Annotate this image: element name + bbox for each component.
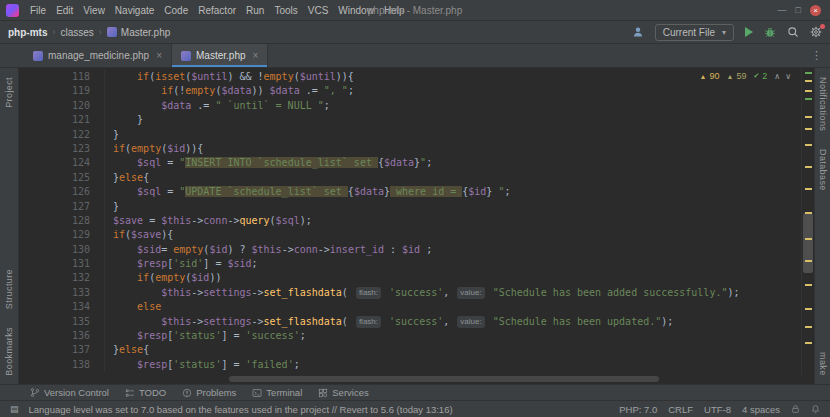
code-line[interactable]: 118 if(isset($until) && !empty($until)){ [19,70,798,84]
inspections-widget[interactable]: ▲ 90 ▲ 59 ✔ 2 ∧ ∨ [694,70,796,82]
line-number[interactable]: 119 [19,84,105,98]
stripe-mark[interactable] [805,260,812,262]
line-number[interactable]: 124 [19,156,105,170]
tool-stripe-project[interactable]: Project [4,77,14,108]
code-line[interactable]: 136 $resp['status'] = 'success'; [19,329,798,343]
code-line[interactable]: 135 $this->settings->set_flashdata( flas… [19,315,798,329]
breadcrumb-item-master-php[interactable]: Master.php [107,27,170,38]
tab-manage_medicine-php[interactable]: manage_medicine.php× [24,44,172,67]
line-number[interactable]: 134 [19,300,105,314]
code-line[interactable]: 126 $sql = "UPDATE `schedule_list` set {… [19,185,798,199]
tool-stripe-structure[interactable]: Structure [4,269,14,309]
code-line[interactable]: 125}else{ [19,171,798,185]
tab-master-php[interactable]: Master.php× [172,44,268,67]
bell-icon[interactable] [811,404,820,414]
stripe-mark[interactable] [805,128,812,130]
code-line[interactable]: 128$save = $this->conn->query($sql); [19,214,798,228]
menu-refactor[interactable]: Refactor [193,3,241,18]
debug-button[interactable] [764,26,776,38]
weak-warnings-indicator[interactable]: ▲ 59 [726,71,746,81]
menu-tools[interactable]: Tools [269,3,302,18]
code-line[interactable]: 138 $resp['status'] = 'failed'; [19,358,798,372]
code-line[interactable]: 132 if(empty($id)) [19,271,798,285]
tool-stripe-database[interactable]: Database [818,149,828,191]
code-line[interactable]: 122} [19,128,798,142]
minimize-button[interactable]: — [778,6,787,15]
line-number[interactable]: 129 [19,228,105,242]
code-line[interactable]: 134 else [19,300,798,314]
run-button[interactable] [745,27,753,37]
stripe-mark[interactable] [805,308,812,310]
line-number[interactable]: 127 [19,200,105,214]
line-number[interactable]: 123 [19,142,105,156]
menu-file[interactable]: File [25,3,51,18]
menu-view[interactable]: View [78,3,110,18]
code-line[interactable]: 121 } [19,113,798,127]
breadcrumb-item-php-mts[interactable]: php-mts [8,27,47,38]
code-area[interactable]: 118 if(isset($until) && !empty($until)){… [19,68,814,375]
code-line[interactable]: 123if(empty($id)){ [19,142,798,156]
tool-stripe-make[interactable]: make [818,352,828,376]
code-line[interactable]: 127} [19,200,798,214]
menu-vcs[interactable]: VCS [303,3,334,18]
stripe-mark[interactable] [805,326,812,328]
code-line[interactable]: 120 $data .= " `until` = NULL "; [19,99,798,113]
passed-indicator[interactable]: ✔ 2 [753,71,767,81]
stripe-mark[interactable] [805,98,812,100]
status-message[interactable]: Language level was set to 7.0 based on t… [29,404,453,415]
toolwindow-switcher-icon[interactable]: ▤ [10,404,19,414]
stripe-mark[interactable] [805,212,812,214]
tab-close-icon[interactable]: × [156,50,162,61]
line-number[interactable]: 118 [19,70,105,84]
code-line[interactable]: 130 $sid= empty($id) ? $this->conn->inse… [19,243,798,257]
run-configuration-selector[interactable]: Current File ▾ [655,24,734,41]
stripe-mark[interactable] [805,238,812,240]
encoding-indicator[interactable]: UTF-8 [704,404,731,415]
stripe-mark[interactable] [805,72,812,74]
next-problem-icon[interactable]: ∨ [785,72,791,81]
toolwindow-version-control[interactable]: Version Control [22,385,117,400]
line-number[interactable]: 122 [19,128,105,142]
breadcrumb-item-classes[interactable]: classes [60,27,93,38]
toolwindow-problems[interactable]: Problems [174,385,244,400]
line-number[interactable]: 126 [19,185,105,199]
line-number[interactable]: 138 [19,358,105,372]
stripe-mark[interactable] [805,284,812,286]
prev-problem-icon[interactable]: ∧ [774,72,780,81]
stripe-mark[interactable] [805,90,812,92]
stripe-mark[interactable] [805,188,812,190]
line-number[interactable]: 132 [19,271,105,285]
code-line[interactable]: 133 $this->settings->set_flashdata( flas… [19,286,798,300]
tool-stripe-bookmarks[interactable]: Bookmarks [4,327,14,376]
menu-edit[interactable]: Edit [51,3,78,18]
stripe-mark[interactable] [805,166,812,168]
maximize-button[interactable]: □ [796,6,801,15]
php-version-indicator[interactable]: PHP: 7.0 [619,404,657,415]
close-button[interactable]: × [810,5,821,16]
menu-run[interactable]: Run [241,3,269,18]
line-number[interactable]: 136 [19,329,105,343]
stripe-mark[interactable] [805,144,812,146]
stripe-mark[interactable] [805,116,812,118]
line-separator-indicator[interactable]: CRLF [668,404,693,415]
vertical-scrollbar-thumb[interactable] [803,213,813,273]
indent-indicator[interactable]: 4 spaces [742,404,780,415]
code-line[interactable]: 137}else{ [19,343,798,357]
code-line[interactable]: 119 if(!empty($data)) $data .= ", "; [19,84,798,98]
code-line[interactable]: 129if($save){ [19,228,798,242]
stripe-mark[interactable] [805,342,812,344]
code-line[interactable]: 131 $resp['sid'] = $sid; [19,257,798,271]
line-number[interactable]: 135 [19,315,105,329]
tool-stripe-notifications[interactable]: Notifications [818,77,828,131]
warnings-indicator[interactable]: ▲ 90 [699,71,719,81]
code-line[interactable]: 124 $sql = "INSERT INTO `schedule_list` … [19,156,798,170]
line-number[interactable]: 131 [19,257,105,271]
menu-code[interactable]: Code [159,3,193,18]
line-number[interactable]: 133 [19,286,105,300]
user-icon[interactable] [632,26,644,38]
line-number[interactable]: 121 [19,113,105,127]
stripe-mark[interactable] [805,80,812,82]
lock-icon[interactable] [791,404,800,414]
line-number[interactable]: 137 [19,343,105,357]
menu-navigate[interactable]: Navigate [110,3,159,18]
